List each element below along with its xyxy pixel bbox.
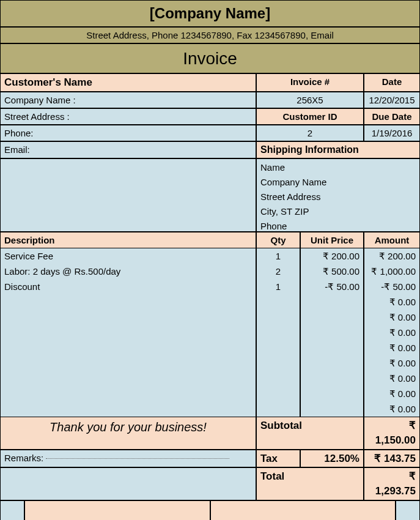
item-desc: Service Fee — [0, 248, 256, 264]
item-desc: Labor: 2 days @ Rs.500/day — [0, 264, 256, 279]
due-date-value: 1/19/2016 — [364, 125, 420, 141]
remarks-label: Remarks: — [4, 453, 43, 463]
item-price — [300, 294, 364, 310]
subtotal-label: Subtotal — [256, 417, 364, 450]
receiver-sig-space — [24, 500, 210, 520]
customer-id-label: Customer ID — [256, 108, 364, 125]
item-price: ₹ 500.00 — [300, 264, 364, 279]
item-qty — [256, 371, 300, 386]
shipping-street: Street Address — [260, 190, 416, 204]
item-price — [300, 371, 364, 386]
item-qty — [256, 310, 300, 325]
item-amount: ₹ 0.00 — [364, 355, 420, 371]
remarks-blank — [0, 467, 256, 500]
company-address-line: Street Address, Phone 1234567890, Fax 12… — [0, 27, 420, 43]
item-price — [300, 340, 364, 355]
item-amount: ₹ 0.00 — [364, 294, 420, 310]
table-row: ₹ 0.00 — [0, 386, 420, 401]
shipping-city: City, ST ZIP — [260, 204, 416, 219]
item-price — [300, 386, 364, 401]
item-amount: ₹ 0.00 — [364, 340, 420, 355]
items-body: Service Fee1₹ 200.00₹ 200.00Labor: 2 day… — [0, 248, 420, 417]
sig-pad-left — [0, 500, 24, 520]
table-row: ₹ 0.00 — [0, 340, 420, 355]
item-amount: ₹ 0.00 — [364, 371, 420, 386]
customer-email-label: Email: — [0, 141, 256, 158]
customer-company-label: Company Name : — [0, 92, 256, 108]
item-desc: Discount — [0, 279, 256, 294]
table-row: Discount1-₹ 50.00-₹ 50.00 — [0, 279, 420, 294]
due-date-label: Due Date — [364, 108, 420, 125]
tax-rate: 12.50% — [300, 450, 364, 468]
table-row: Labor: 2 days @ Rs.500/day2₹ 500.00₹ 1,0… — [0, 264, 420, 279]
item-desc — [0, 294, 256, 310]
item-desc — [0, 386, 256, 401]
table-row: Service Fee1₹ 200.00₹ 200.00 — [0, 248, 420, 264]
item-amount: ₹ 1,000.00 — [364, 264, 420, 279]
accountant-sig-space — [210, 500, 396, 520]
remarks-cell: Remarks: — [0, 450, 256, 468]
item-price — [300, 355, 364, 371]
customer-phone-label: Phone: — [0, 125, 256, 141]
col-amount: Amount — [364, 232, 420, 248]
item-price: ₹ 200.00 — [300, 248, 364, 264]
table-row: ₹ 0.00 — [0, 294, 420, 310]
item-qty — [256, 325, 300, 340]
date-value: 12/20/2015 — [364, 92, 420, 108]
shipping-label: Shipping Information — [256, 141, 420, 158]
item-amount: -₹ 50.00 — [364, 279, 420, 294]
col-unit-price: Unit Price — [300, 232, 364, 248]
item-desc — [0, 401, 256, 417]
total-value: ₹ 1,293.75 — [364, 467, 420, 500]
item-price — [300, 401, 364, 417]
item-desc — [0, 355, 256, 371]
shipping-info-block: Name Company Name Street Address City, S… — [256, 158, 420, 232]
invoice-no-value: 256X5 — [256, 92, 364, 108]
customer-id-value: 2 — [256, 125, 364, 141]
table-row: ₹ 0.00 — [0, 371, 420, 386]
item-qty — [256, 386, 300, 401]
item-amount: ₹ 0.00 — [364, 310, 420, 325]
thankyou-text: Thank you for your business! — [0, 417, 256, 450]
date-label: Date — [364, 73, 420, 92]
item-amount: ₹ 0.00 — [364, 386, 420, 401]
tax-amount: ₹ 143.75 — [364, 450, 420, 468]
item-qty: 1 — [256, 248, 300, 264]
shipping-company: Company Name — [260, 175, 416, 190]
item-amount: ₹ 0.00 — [364, 325, 420, 340]
item-desc — [0, 340, 256, 355]
item-desc — [0, 371, 256, 386]
item-price — [300, 310, 364, 325]
item-qty — [256, 355, 300, 371]
customer-street-label: Street Address : — [0, 108, 256, 125]
table-row: ₹ 0.00 — [0, 355, 420, 371]
table-row: ₹ 0.00 — [0, 325, 420, 340]
item-price: -₹ 50.00 — [300, 279, 364, 294]
item-qty: 1 — [256, 279, 300, 294]
item-amount: ₹ 0.00 — [364, 401, 420, 417]
subtotal-value: ₹ 1,150.00 — [364, 417, 420, 450]
customer-section-label: Customer's Name — [0, 73, 256, 92]
company-name: [Company Name] — [0, 0, 420, 27]
tax-label: Tax — [256, 450, 300, 468]
shipping-name: Name — [260, 160, 416, 175]
item-qty — [256, 294, 300, 310]
item-qty — [256, 340, 300, 355]
total-label: Total — [256, 467, 364, 500]
remarks-line — [46, 458, 229, 459]
col-description: Description — [0, 232, 256, 248]
customer-email-area — [0, 158, 256, 232]
table-row: ₹ 0.00 — [0, 401, 420, 417]
item-amount: ₹ 200.00 — [364, 248, 420, 264]
invoice-no-label: Invoice # — [256, 73, 364, 92]
sig-pad-right — [396, 500, 420, 520]
item-desc — [0, 325, 256, 340]
item-price — [300, 325, 364, 340]
col-qty: Qty — [256, 232, 300, 248]
item-qty — [256, 401, 300, 417]
table-row: ₹ 0.00 — [0, 310, 420, 325]
item-desc — [0, 310, 256, 325]
invoice-title: Invoice — [0, 43, 420, 73]
item-qty: 2 — [256, 264, 300, 279]
